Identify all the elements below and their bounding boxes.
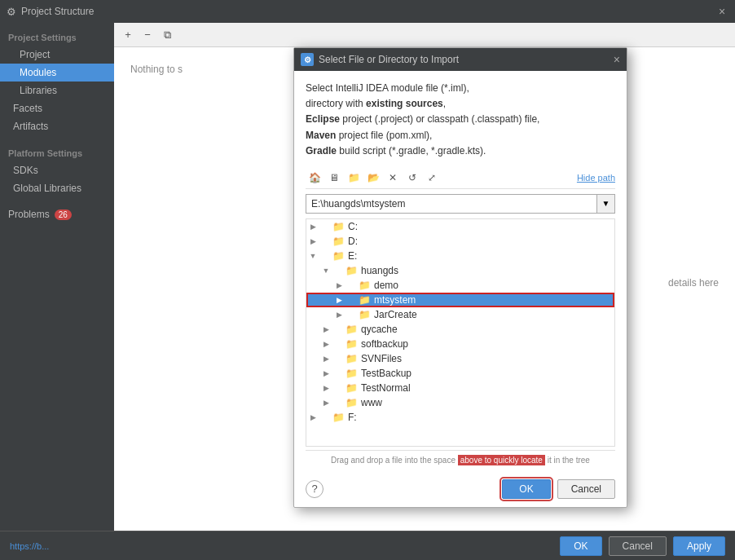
new-folder-button[interactable]: 📂 <box>364 169 382 187</box>
url-text: https://b... <box>10 541 49 551</box>
folder-icon-c: 📁 <box>332 221 345 232</box>
tree-label-qycache: qycache <box>361 324 398 335</box>
dialog-ok-button[interactable]: OK <box>502 479 550 499</box>
folder-icon-huangds: 📁 <box>345 265 358 276</box>
home-button[interactable]: 🏠 <box>306 169 323 187</box>
dialog-cancel-button[interactable]: Cancel <box>557 479 615 499</box>
folder-open-button[interactable]: 📁 <box>345 169 363 187</box>
folder-icon-softbackup: 📁 <box>345 338 358 350</box>
expand-button[interactable]: ⤢ <box>423 169 441 187</box>
drag-hint-highlight: above to quickly locate <box>458 455 545 465</box>
help-icon: ? <box>311 483 317 495</box>
dialog-title: Select File or Directory to Import <box>319 54 459 65</box>
tree-toggle-jarcreate[interactable]: ▶ <box>332 311 345 319</box>
tree-item-f[interactable]: ▶ 📁 F: <box>306 410 614 425</box>
tree-item-testnormal[interactable]: ▶ 📁 TestNormal <box>306 381 614 395</box>
import-dialog: ⚙ Select File or Directory to Import × S… <box>293 47 627 508</box>
path-row: ▼ <box>306 194 615 214</box>
dialog-icon: ⚙ <box>301 53 314 66</box>
tree-item-mtsystem[interactable]: ▶ 📁 mtsystem <box>306 293 614 307</box>
folder-icon-qycache: 📁 <box>345 324 358 335</box>
tree-toggle-svnfiles[interactable]: ▶ <box>319 355 332 363</box>
dialog-close-button[interactable]: × <box>614 53 620 66</box>
refresh-button[interactable]: ↺ <box>403 169 421 187</box>
dialog-body: Select IntelliJ IDEA module file (*.iml)… <box>294 71 627 474</box>
dialog-help-button[interactable]: ? <box>306 480 323 498</box>
problems-label: Problems <box>8 209 50 220</box>
dialog-description: Select IntelliJ IDEA module file (*.iml)… <box>306 81 615 159</box>
file-tree[interactable]: ▶ 📁 C: ▶ 📁 D: ▼ <box>306 218 615 447</box>
remove-button[interactable]: − <box>139 26 156 44</box>
folder-icon-www: 📁 <box>345 397 358 408</box>
tree-toggle-testnormal[interactable]: ▶ <box>319 384 332 392</box>
sidebar-item-libraries[interactable]: Libraries <box>0 82 114 99</box>
tree-item-c[interactable]: ▶ 📁 C: <box>306 219 614 234</box>
project-settings-section-label: Project Settings <box>0 26 114 46</box>
window-close-button[interactable]: × <box>715 5 728 18</box>
path-input[interactable] <box>306 194 597 214</box>
tree-toggle-qycache[interactable]: ▶ <box>319 325 332 333</box>
tree-toggle-d[interactable]: ▶ <box>306 237 319 245</box>
sidebar-item-label: Project <box>20 49 50 60</box>
content-toolbar: + − ⧉ <box>114 23 735 47</box>
cancel-button[interactable]: Cancel <box>609 536 667 556</box>
sidebar-item-sdks[interactable]: SDKs <box>0 161 114 179</box>
folder-icon-f: 📁 <box>332 412 345 423</box>
tree-label-jarcreate: JarCreate <box>374 309 417 320</box>
tree-label-huangds: huangds <box>361 265 398 276</box>
desktop-button[interactable]: 🖥 <box>325 169 343 187</box>
bottom-bar: https://b... OK Cancel Apply <box>0 531 735 560</box>
hide-path-link[interactable]: Hide path <box>577 173 615 183</box>
tree-label-f: F: <box>348 412 357 423</box>
sidebar-item-facets[interactable]: Facets <box>0 99 114 117</box>
tree-item-jarcreate[interactable]: ▶ 📁 JarCreate <box>306 307 614 322</box>
tree-item-e[interactable]: ▼ 📁 E: <box>306 249 614 263</box>
tree-item-d[interactable]: ▶ 📁 D: <box>306 234 614 249</box>
tree-item-svnfiles[interactable]: ▶ 📁 SVNFiles <box>306 351 614 366</box>
tree-toggle-mtsystem[interactable]: ▶ <box>332 296 345 304</box>
sidebar-item-label: Modules <box>20 67 56 78</box>
tree-toggle-f[interactable]: ▶ <box>306 413 319 421</box>
path-dropdown-button[interactable]: ▼ <box>597 194 615 214</box>
sidebar-item-label: Global Libraries <box>13 183 81 194</box>
tree-item-qycache[interactable]: ▶ 📁 qycache <box>306 322 614 337</box>
sidebar-item-label: Artifacts <box>13 121 48 132</box>
tree-label-mtsystem: mtsystem <box>374 294 416 306</box>
tree-label-c: C: <box>348 221 358 232</box>
add-button[interactable]: + <box>119 26 137 44</box>
main-layout: Project Settings Project Modules Librari… <box>0 23 735 531</box>
tree-label-testbackup: TestBackup <box>361 368 412 379</box>
folder-icon-demo: 📁 <box>359 280 371 291</box>
copy-button[interactable]: ⧉ <box>158 26 176 44</box>
tree-item-testbackup[interactable]: ▶ 📁 TestBackup <box>306 366 614 381</box>
tree-toggle-huangds[interactable]: ▼ <box>319 267 332 275</box>
tree-item-huangds[interactable]: ▼ 📁 huangds <box>306 263 614 278</box>
ok-button[interactable]: OK <box>560 536 601 556</box>
details-text: details here <box>668 277 719 289</box>
tree-label-www: www <box>361 397 382 408</box>
drag-hint-before: Drag and drop a file into the space <box>331 456 458 465</box>
tree-item-www[interactable]: ▶ 📁 www <box>306 395 614 410</box>
app-icon: ⚙ <box>7 6 16 18</box>
sidebar-item-label: SDKs <box>13 165 38 176</box>
sidebar-item-problems[interactable]: Problems 26 <box>0 204 114 225</box>
tree-item-demo[interactable]: ▶ 📁 demo <box>306 278 614 293</box>
dialog-footer: ? OK Cancel <box>294 474 627 507</box>
sidebar-item-global-libraries[interactable]: Global Libraries <box>0 179 114 197</box>
delete-button[interactable]: ✕ <box>384 169 402 187</box>
sidebar-item-project[interactable]: Project <box>0 46 114 64</box>
tree-toggle-c[interactable]: ▶ <box>306 223 319 231</box>
tree-item-softbackup[interactable]: ▶ 📁 softbackup <box>306 337 614 351</box>
tree-toggle-testbackup[interactable]: ▶ <box>319 369 332 377</box>
tree-toggle-www[interactable]: ▶ <box>319 399 332 407</box>
tree-toggle-softbackup[interactable]: ▶ <box>319 340 332 348</box>
folder-icon-testbackup: 📁 <box>345 368 358 379</box>
folder-icon-testnormal: 📁 <box>345 382 358 394</box>
sidebar-item-modules[interactable]: Modules <box>0 64 114 82</box>
apply-button[interactable]: Apply <box>673 536 725 556</box>
sidebar-item-artifacts[interactable]: Artifacts <box>0 117 114 135</box>
tree-toggle-e[interactable]: ▼ <box>306 252 319 260</box>
tree-toggle-demo[interactable]: ▶ <box>332 281 345 289</box>
tree-label-svnfiles: SVNFiles <box>361 353 402 364</box>
sidebar-item-label: Libraries <box>20 85 57 96</box>
